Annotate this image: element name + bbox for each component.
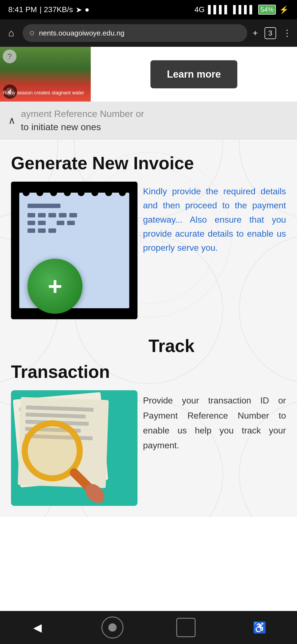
network-speed: | 237KB/s: [40, 5, 73, 14]
ad-help-icon[interactable]: ?: [3, 50, 16, 63]
invoice-image-container: +: [11, 182, 138, 319]
battery-indicator: 54%: [258, 5, 276, 15]
invoice-line-1: [28, 204, 61, 208]
time: 8:41 PM: [8, 5, 37, 14]
plus-icon: +: [48, 274, 62, 299]
invoice-image: +: [11, 182, 138, 319]
accessibility-icon: ♿: [253, 621, 266, 634]
send-icon: ➤: [76, 5, 82, 14]
new-tab-button[interactable]: +: [253, 28, 258, 38]
ad-banner: ? 🔇 Rainy season creates stagnant water …: [0, 47, 297, 102]
browser-bar: ⌂ ⊙ nents.oouagoiwoye.edu.ng + 3 ⋮: [0, 19, 297, 47]
signal-bars-1: ▌▌▌▌: [208, 5, 230, 14]
accessibility-button[interactable]: ♿: [249, 616, 271, 638]
chevron-up-icon[interactable]: ∧: [8, 115, 15, 126]
track-title: Track: [148, 336, 286, 356]
ad-image: ? 🔇 Rainy season creates stagnant water: [0, 47, 91, 102]
collapsed-title-partial: ayment Reference Number or: [21, 107, 144, 121]
whatsapp-icon: ●: [85, 5, 89, 14]
invoice-dots-2: [28, 221, 75, 225]
recent-apps-button[interactable]: [176, 618, 196, 637]
signal-bars-2: ▌▌▌▌: [233, 5, 255, 14]
track-image: [11, 390, 138, 506]
magnifying-glass-icon: [16, 415, 105, 503]
ad-caption: Rainy season creates stagnant water: [0, 90, 91, 96]
bottom-nav-bar: ◀ ♿: [0, 611, 297, 644]
back-button[interactable]: ◀: [26, 616, 48, 638]
track-title-container: Track: [148, 336, 286, 356]
track-image-container: [11, 390, 138, 506]
home-button[interactable]: [101, 616, 123, 638]
status-bar: 8:41 PM | 237KB/s ➤ ● 4G ▌▌▌▌ ▌▌▌▌ 54% ⚡: [0, 0, 297, 19]
collapsed-subtitle: to initiate new ones: [21, 121, 144, 134]
invoice-add-icon[interactable]: +: [28, 259, 82, 314]
charging-icon: ⚡: [279, 5, 289, 14]
ad-content: Learn more: [91, 47, 297, 102]
url-text: nents.oouagoiwoye.edu.ng: [39, 29, 125, 37]
track-transaction-section: Track Transaction: [0, 330, 297, 517]
home-circle-icon: [108, 623, 117, 632]
status-left: 8:41 PM | 237KB/s ➤ ●: [8, 5, 89, 14]
transaction-title: Transaction: [11, 362, 286, 382]
sim-label: 4G: [194, 5, 205, 14]
invoice-dots-3: [28, 228, 56, 233]
browser-home-button[interactable]: ⌂: [6, 24, 17, 42]
collapsed-section[interactable]: ∧ ayment Reference Number or to initiate…: [0, 102, 297, 139]
menu-button[interactable]: ⋮: [283, 28, 292, 38]
track-header: Track: [11, 336, 286, 356]
status-right: 4G ▌▌▌▌ ▌▌▌▌ 54% ⚡: [194, 5, 289, 15]
url-security-icon: ⊙: [29, 29, 35, 37]
invoice-graphic: +: [19, 193, 129, 308]
generate-invoice-section: SEAL Generate New Invoice: [0, 139, 297, 330]
invoice-dots-1: [28, 213, 77, 217]
url-bar[interactable]: ⊙ nents.oouagoiwoye.edu.ng: [23, 24, 247, 42]
page-content: ∧ ayment Reference Number or to initiate…: [0, 102, 297, 517]
tab-count[interactable]: 3: [265, 27, 276, 39]
track-description: Provide your transaction ID or Payment R…: [143, 390, 286, 453]
collapsed-text: ayment Reference Number or to initiate n…: [21, 107, 144, 133]
track-body: Provide your transaction ID or Payment R…: [11, 390, 286, 506]
browser-actions: + 3 ⋮: [253, 27, 292, 39]
learn-more-button[interactable]: Learn more: [150, 60, 237, 88]
